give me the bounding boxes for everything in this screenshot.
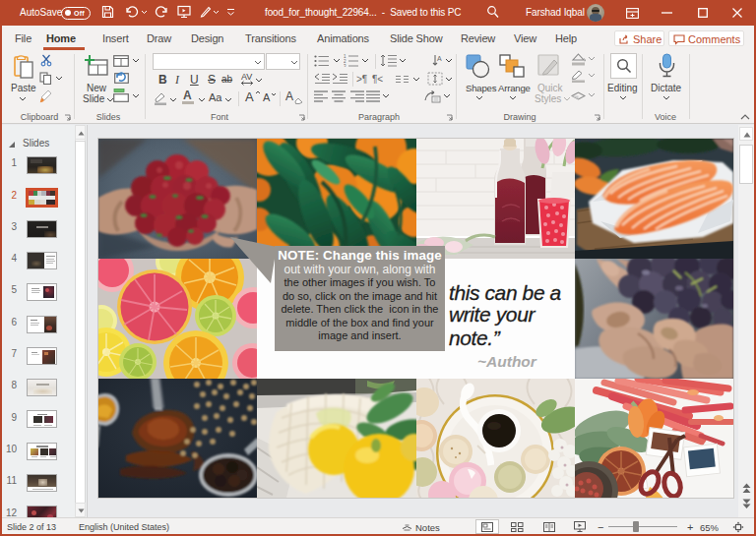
- svg-text:3: 3: [344, 64, 346, 68]
- svg-text:A: A: [437, 55, 442, 62]
